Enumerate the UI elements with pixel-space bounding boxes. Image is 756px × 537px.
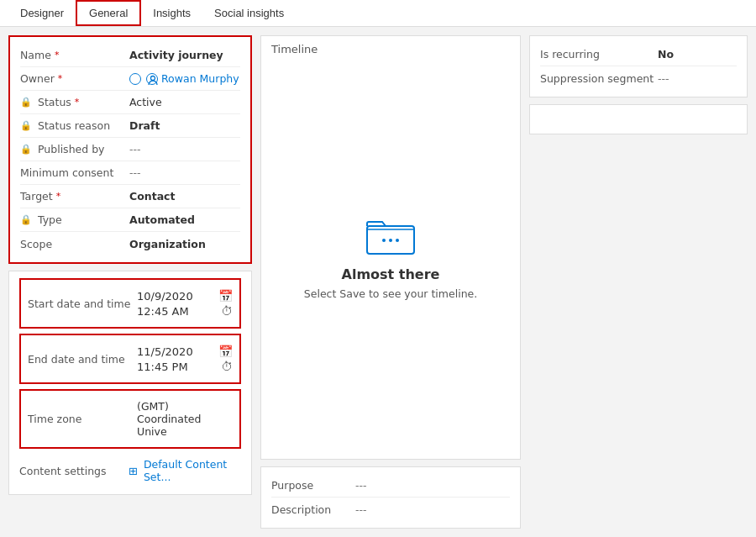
content-settings-value[interactable]: ⊞ Default Content Set... xyxy=(129,458,241,483)
status-label: 🔒 Status * xyxy=(20,96,129,108)
owner-label: Owner * xyxy=(20,72,129,85)
description-value: --- xyxy=(355,503,367,516)
description-row: Description --- xyxy=(271,498,510,521)
name-value[interactable]: Activity journey xyxy=(129,49,240,61)
purpose-row: Purpose --- xyxy=(271,474,510,498)
folder-icon xyxy=(365,214,416,256)
status-reason-value: Draft xyxy=(129,119,240,132)
person-icon xyxy=(146,73,158,85)
end-date-date-row: 11/5/2020 📅 xyxy=(137,345,233,358)
purpose-card: Purpose --- Description --- xyxy=(260,466,521,529)
purpose-value: --- xyxy=(355,479,367,492)
left-panel: Name * Activity journey Owner * xyxy=(8,35,252,529)
start-date-date-row: 10/9/2020 📅 xyxy=(137,289,233,303)
tab-social-insights[interactable]: Social insights xyxy=(202,2,296,24)
status-required: * xyxy=(75,97,80,108)
minimum-consent-value: --- xyxy=(129,166,240,179)
owner-value[interactable]: Rowan Murphy xyxy=(129,72,240,85)
end-date-date[interactable]: 11/5/2020 xyxy=(137,345,193,358)
empty-right-card xyxy=(529,104,748,134)
start-date-row: Start date and time 10/9/2020 📅 12:45 AM… xyxy=(28,285,233,322)
general-info-card: Name * Activity journey Owner * xyxy=(8,35,252,264)
published-lock-icon: 🔒 xyxy=(20,144,32,155)
start-date-time[interactable]: 12:45 AM xyxy=(137,305,189,318)
owner-row: Owner * Rowan Murphy xyxy=(20,67,240,91)
start-date-card: Start date and time 10/9/2020 📅 12:45 AM… xyxy=(19,278,241,329)
timezone-row: Time zone (GMT) Coordinated Unive xyxy=(28,396,233,442)
svg-point-4 xyxy=(396,239,399,242)
name-required: * xyxy=(55,50,60,61)
start-date-clock-icon[interactable]: ⏱ xyxy=(221,304,233,318)
status-lock-icon: 🔒 xyxy=(20,97,32,108)
is-recurring-label: Is recurring xyxy=(540,48,658,61)
timeline-card: Timeline Almost there Select Save to see… xyxy=(260,35,521,460)
type-lock-icon: 🔒 xyxy=(20,214,32,225)
description-label: Description xyxy=(271,503,355,516)
owner-name[interactable]: Rowan Murphy xyxy=(161,72,239,85)
scope-label: Scope xyxy=(20,238,129,250)
end-date-time[interactable]: 11:45 PM xyxy=(137,361,188,373)
end-date-row: End date and time 11/5/2020 📅 11:45 PM ⏱ xyxy=(28,340,233,377)
start-date-value: 10/9/2020 📅 12:45 AM ⏱ xyxy=(137,289,233,318)
owner-required: * xyxy=(58,73,63,84)
timeline-empty-subtitle: Select Save to see your timeline. xyxy=(304,287,477,300)
tab-insights[interactable]: Insights xyxy=(141,2,202,24)
target-label: Target * xyxy=(20,190,129,203)
start-date-time-row: 12:45 AM ⏱ xyxy=(137,304,233,318)
timezone-card: Time zone (GMT) Coordinated Unive xyxy=(19,389,241,449)
tab-general[interactable]: General xyxy=(76,0,141,26)
name-label: Name * xyxy=(20,49,129,61)
name-row: Name * Activity journey xyxy=(20,44,240,67)
purpose-label: Purpose xyxy=(271,479,355,492)
type-label: 🔒 Type xyxy=(20,213,129,226)
middle-panel: Timeline Almost there Select Save to see… xyxy=(260,35,521,529)
timeline-empty-title: Almost there xyxy=(342,266,440,282)
scope-value: Organization xyxy=(129,238,240,250)
scope-row: Scope Organization xyxy=(20,232,240,255)
is-recurring-value: No xyxy=(658,48,674,61)
minimum-consent-row: Minimum consent --- xyxy=(20,161,240,185)
type-row: 🔒 Type Automated xyxy=(20,208,240,232)
svg-point-3 xyxy=(389,239,392,242)
dates-card: Start date and time 10/9/2020 📅 12:45 AM… xyxy=(8,271,252,495)
content-settings-icon: ⊞ xyxy=(129,465,138,477)
status-reason-row: 🔒 Status reason Draft xyxy=(20,114,240,138)
svg-point-2 xyxy=(382,239,386,242)
start-date-calendar-icon[interactable]: 📅 xyxy=(218,289,233,303)
content-settings-label: Content settings xyxy=(19,465,129,477)
published-by-value: --- xyxy=(129,143,240,155)
timeline-empty: Almost there Select Save to see your tim… xyxy=(261,55,520,459)
timeline-label: Timeline xyxy=(261,36,520,55)
owner-circle-icon xyxy=(129,73,141,85)
timezone-label: Time zone xyxy=(28,413,137,425)
tab-bar: Designer General Insights Social insight… xyxy=(0,0,756,27)
tab-designer[interactable]: Designer xyxy=(8,2,76,24)
target-row: Target * Contact xyxy=(20,185,240,208)
start-date-label: Start date and time xyxy=(28,297,137,310)
end-date-value: 11/5/2020 📅 11:45 PM ⏱ xyxy=(137,345,233,373)
suppression-segment-label: Suppression segment xyxy=(540,72,658,85)
status-reason-label: 🔒 Status reason xyxy=(20,119,129,132)
end-date-label: End date and time xyxy=(28,353,137,366)
suppression-segment-row: Suppression segment --- xyxy=(540,66,737,90)
end-date-card: End date and time 11/5/2020 📅 11:45 PM ⏱ xyxy=(19,334,241,384)
svg-point-0 xyxy=(151,76,155,80)
timezone-value[interactable]: (GMT) Coordinated Unive xyxy=(137,400,233,438)
main-content: Name * Activity journey Owner * xyxy=(0,27,756,537)
content-settings-row: Content settings ⊞ Default Content Set..… xyxy=(19,454,241,487)
is-recurring-row: Is recurring No xyxy=(540,43,737,66)
end-date-calendar-icon[interactable]: 📅 xyxy=(218,345,233,358)
status-value: Active xyxy=(129,96,240,108)
end-date-clock-icon[interactable]: ⏱ xyxy=(221,360,233,373)
end-date-time-row: 11:45 PM ⏱ xyxy=(137,360,233,373)
status-reason-lock-icon: 🔒 xyxy=(20,120,32,131)
minimum-consent-label: Minimum consent xyxy=(20,166,129,179)
type-value: Automated xyxy=(129,213,240,226)
target-required: * xyxy=(56,191,61,202)
status-row: 🔒 Status * Active xyxy=(20,91,240,114)
info-card: Is recurring No Suppression segment --- xyxy=(529,35,748,97)
published-by-row: 🔒 Published by --- xyxy=(20,138,240,161)
published-by-label: 🔒 Published by xyxy=(20,143,129,155)
start-date-date[interactable]: 10/9/2020 xyxy=(137,290,193,303)
right-panel: Is recurring No Suppression segment --- xyxy=(529,35,748,529)
